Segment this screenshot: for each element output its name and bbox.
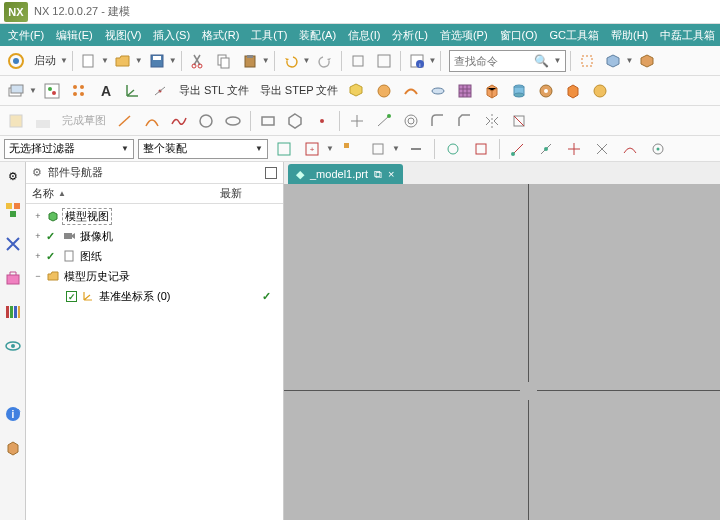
export-stl-button[interactable]: 导出 STL 文件 — [175, 83, 253, 98]
finish-sketch-icon[interactable] — [31, 109, 55, 133]
sketch-icon[interactable] — [4, 109, 28, 133]
gear-icon[interactable]: ⚙ — [32, 166, 42, 179]
wrap-icon[interactable] — [345, 79, 369, 103]
menu-edit[interactable]: 编辑(E) — [50, 28, 99, 43]
save-icon[interactable] — [145, 49, 169, 73]
sel5-icon[interactable] — [404, 137, 428, 161]
fillet-icon[interactable] — [426, 109, 450, 133]
open-icon[interactable] — [111, 49, 135, 73]
cube-orange-icon[interactable] — [561, 79, 585, 103]
search-icon[interactable]: 🔍 — [534, 54, 549, 68]
tree-cameras[interactable]: + ✓ 摄像机 — [26, 226, 283, 246]
side-eye-icon[interactable] — [3, 336, 23, 356]
graphics-viewport[interactable] — [284, 184, 720, 520]
spline-icon[interactable] — [167, 109, 191, 133]
tree-model-views[interactable]: + 模型视图 — [26, 206, 283, 226]
render-icon[interactable] — [601, 49, 625, 73]
sel2-icon[interactable]: + — [300, 137, 324, 161]
mirror-icon[interactable] — [480, 109, 504, 133]
sweep-icon[interactable] — [399, 79, 423, 103]
sel1-icon[interactable] — [272, 137, 296, 161]
navigator-collapse-icon[interactable] — [265, 167, 277, 179]
menu-view[interactable]: 视图(V) — [99, 28, 148, 43]
layer-icon[interactable] — [4, 79, 28, 103]
cylinder-icon[interactable] — [507, 79, 531, 103]
point-red-icon[interactable] — [310, 109, 334, 133]
sel4-icon[interactable] — [366, 137, 390, 161]
sel7-icon[interactable] — [469, 137, 493, 161]
menu-window[interactable]: 窗口(O) — [494, 28, 544, 43]
mesh-icon[interactable] — [453, 79, 477, 103]
new-icon[interactable] — [77, 49, 101, 73]
snap4-icon[interactable] — [590, 137, 614, 161]
start-dropdown-icon[interactable]: ▼ — [60, 56, 68, 65]
sel3-icon[interactable] — [338, 137, 362, 161]
start-button[interactable]: 启动 — [30, 53, 60, 68]
circle-icon[interactable] — [194, 109, 218, 133]
snap6-icon[interactable] — [646, 137, 670, 161]
trim-icon[interactable] — [345, 109, 369, 133]
menu-assembly[interactable]: 装配(A) — [293, 28, 342, 43]
sphere-icon[interactable] — [372, 79, 396, 103]
wave-icon[interactable] — [40, 79, 64, 103]
menu-info[interactable]: 信息(I) — [342, 28, 386, 43]
ellipse-icon[interactable] — [221, 109, 245, 133]
tree-datum-csys[interactable]: ✓ 基准坐标系 (0) ✓ — [26, 286, 283, 306]
info-icon[interactable]: i — [405, 49, 429, 73]
menu-zhonglei[interactable]: 中磊工具箱 — [654, 28, 720, 43]
paste-icon[interactable] — [238, 49, 262, 73]
menu-format[interactable]: 格式(R) — [196, 28, 245, 43]
extend-icon[interactable] — [372, 109, 396, 133]
column-name[interactable]: 名称▲ — [26, 186, 216, 201]
command-search[interactable]: 🔍 ▼ — [449, 50, 566, 72]
column-latest[interactable]: 最新 — [216, 186, 283, 201]
side-gear-icon[interactable]: ⚙ — [3, 166, 23, 186]
menu-tools[interactable]: 工具(T) — [245, 28, 293, 43]
sphere2-icon[interactable] — [588, 79, 612, 103]
text-icon[interactable]: A — [94, 79, 118, 103]
sel6-icon[interactable] — [441, 137, 465, 161]
tree-history[interactable]: − 模型历史记录 — [26, 266, 283, 286]
snap5-icon[interactable] — [618, 137, 642, 161]
snap3-icon[interactable] — [562, 137, 586, 161]
fit-icon[interactable] — [575, 49, 599, 73]
side-history-icon[interactable] — [3, 268, 23, 288]
redo-icon[interactable] — [313, 49, 337, 73]
scope-combo[interactable]: 整个装配▼ — [138, 139, 268, 159]
menu-analysis[interactable]: 分析(L) — [386, 28, 433, 43]
rect-icon[interactable] — [256, 109, 280, 133]
cut-icon[interactable] — [186, 49, 210, 73]
csys-icon[interactable] — [121, 79, 145, 103]
gear-tool-icon[interactable] — [534, 79, 558, 103]
menu-insert[interactable]: 插入(S) — [147, 28, 196, 43]
box-icon[interactable] — [480, 79, 504, 103]
side-assembly-icon[interactable] — [3, 200, 23, 220]
menu-help[interactable]: 帮助(H) — [605, 28, 654, 43]
copy-icon[interactable] — [212, 49, 236, 73]
snap2-icon[interactable] — [534, 137, 558, 161]
tab-dup-icon[interactable]: ⧉ — [374, 168, 382, 181]
model-tab[interactable]: ◆ _model1.prt ⧉ × — [288, 164, 403, 184]
side-cube-icon[interactable] — [3, 438, 23, 458]
search-input[interactable] — [454, 55, 534, 67]
tab-close-icon[interactable]: × — [388, 168, 394, 180]
shaded-icon[interactable] — [635, 49, 659, 73]
export-step-button[interactable]: 导出 STEP 文件 — [256, 83, 343, 98]
side-books-icon[interactable] — [3, 302, 23, 322]
undo-icon[interactable] — [279, 49, 303, 73]
side-info-icon[interactable]: i — [3, 404, 23, 424]
box1-icon[interactable] — [346, 49, 370, 73]
arc-icon[interactable] — [140, 109, 164, 133]
chamfer-icon[interactable] — [453, 109, 477, 133]
hexagon-icon[interactable] — [283, 109, 307, 133]
offset-icon[interactable] — [399, 109, 423, 133]
menu-gc[interactable]: GC工具箱 — [543, 28, 605, 43]
constraint-icon[interactable] — [507, 109, 531, 133]
menu-prefs[interactable]: 首选项(P) — [434, 28, 494, 43]
snap1-icon[interactable] — [506, 137, 530, 161]
revolve-icon[interactable] — [426, 79, 450, 103]
start-icon[interactable] — [4, 49, 28, 73]
menu-file[interactable]: 文件(F) — [2, 28, 50, 43]
point-icon[interactable] — [148, 79, 172, 103]
box2-icon[interactable] — [372, 49, 396, 73]
